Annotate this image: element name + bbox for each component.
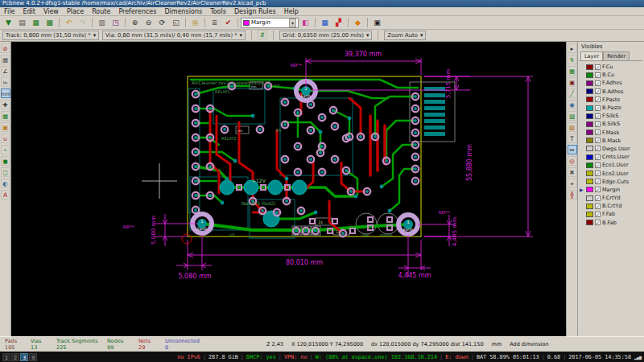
add-target-tool-button[interactable]: ◎ xyxy=(568,156,577,166)
menu-design-rules[interactable]: Design Rules xyxy=(230,8,280,15)
layer-visibility-checkbox[interactable]: ✓ xyxy=(595,121,601,127)
layer-row-eco1-user[interactable]: ✓Eco1.User xyxy=(581,161,642,169)
layer-pair-icon[interactable]: ⇵ xyxy=(258,30,267,39)
layer-row-f-crtyd[interactable]: ✓F.CrtYd xyxy=(581,194,642,202)
add-keepout-tool-button[interactable]: ▧ xyxy=(568,122,577,132)
layer-visibility-checkbox[interactable]: ✓ xyxy=(595,72,601,78)
redo-button[interactable]: ↷ xyxy=(76,17,89,28)
layer-row-margin[interactable]: ▶✓Margin xyxy=(581,186,642,194)
add-zone-tool-button[interactable]: ▨ xyxy=(568,111,577,121)
ratsnest-general-button[interactable]: ▦ xyxy=(1,111,10,121)
layer-visibility-checkbox[interactable]: ✓ xyxy=(595,146,601,151)
menu-place[interactable]: Place xyxy=(63,8,88,15)
layer-row-dwgs-user[interactable]: ✓Dwgs.User xyxy=(581,145,642,153)
grid-hide-button[interactable]: ▦ xyxy=(1,55,10,64)
layer-row-f-mask[interactable]: ✓F.Mask xyxy=(581,129,642,137)
highlight-net-tool-button[interactable]: ↯ xyxy=(568,55,577,64)
layer-visibility-checkbox[interactable]: ✓ xyxy=(595,154,601,160)
place-origin-tool-button[interactable]: ⌖ xyxy=(568,179,577,188)
pcb-canvas[interactable]: 1Earth1Earth1EarthAirCleaner rev2. nappe… xyxy=(11,42,566,336)
workspace-button-9[interactable]: 9 xyxy=(29,353,37,361)
zoom-select[interactable]: Zoom Auto ▾ xyxy=(384,31,426,40)
redraw-button[interactable]: ⟳ xyxy=(156,17,168,28)
ratsnest-mode-button[interactable]: ▞ xyxy=(332,17,345,28)
invert-layer-button[interactable]: ◧ xyxy=(299,17,312,28)
layer-row-b-paste[interactable]: ✓B.Paste xyxy=(581,104,642,112)
zones-show-button[interactable]: ◼ xyxy=(1,156,10,166)
via-size-select[interactable]: Via: 0,80 mm (31,5 mils)/ 0,40 mm (15,7 … xyxy=(102,31,246,40)
ratsnest-module-button[interactable]: ▣ xyxy=(1,122,10,132)
print-button[interactable]: ▥ xyxy=(96,17,108,28)
layer-row-b-mask[interactable]: ✓B.Mask xyxy=(581,137,642,145)
layer-row-eco2-user[interactable]: ✓Eco2.User xyxy=(581,169,642,177)
menu-edit[interactable]: Edit xyxy=(19,8,39,15)
layer-row-edge-cuts[interactable]: ✓Edge.Cuts xyxy=(581,178,642,186)
tab-render[interactable]: Render xyxy=(603,51,630,60)
select-tool-button[interactable]: ▸ xyxy=(568,43,577,53)
layer-row-b-fab[interactable]: ✓B.Fab xyxy=(581,219,642,227)
microwave-tool-button[interactable]: ◆ xyxy=(352,17,364,28)
grid-size-select[interactable]: Grid: 0,6350 mm (25,00 mils) ▾ xyxy=(279,31,372,40)
active-layer-select[interactable]: Margin▾ xyxy=(241,18,299,28)
save-board-button[interactable]: ▼ xyxy=(2,17,14,28)
layer-row-f-cu[interactable]: ✓F.Cu xyxy=(581,63,642,71)
menu-dimensions[interactable]: Dimensions xyxy=(160,8,206,15)
module-editor-button[interactable]: ▦ xyxy=(30,17,42,28)
drc-off-button[interactable]: ⊘ xyxy=(1,43,10,53)
add-footprint-tool-button[interactable]: ▣ xyxy=(568,77,577,87)
layer-visibility-checkbox[interactable]: ✓ xyxy=(595,113,601,119)
layer-row-cmts-user[interactable]: ✓Cmts.User xyxy=(581,153,642,161)
layer-visibility-checkbox[interactable]: ✓ xyxy=(595,179,601,184)
layer-row-b-cu[interactable]: ✓B.Cu xyxy=(581,71,642,79)
layer-visibility-checkbox[interactable]: ✓ xyxy=(595,195,601,201)
layer-row-f-silks[interactable]: ✓F.SilkS xyxy=(581,112,642,120)
layer-row-b-silks[interactable]: ✓B.SilkS xyxy=(581,120,642,128)
add-text-tool-button[interactable]: T xyxy=(568,134,577,143)
drc-button[interactable]: ✔ xyxy=(222,17,234,28)
page-settings-button[interactable]: ▤ xyxy=(16,17,28,28)
track-width-select[interactable]: Track: 0,800 mm (31,50 mils) * ▾ xyxy=(2,31,99,40)
layer-visibility-checkbox[interactable]: ✓ xyxy=(595,204,601,209)
tab-layer[interactable]: Layer xyxy=(580,51,603,60)
menu-preferences[interactable]: Preferences xyxy=(114,8,160,15)
add-dimension-tool-button[interactable]: ↔ xyxy=(568,145,577,154)
read-netlist-button[interactable]: ≣ xyxy=(208,17,221,28)
add-via-tool-button[interactable]: ◉ xyxy=(568,100,577,109)
layer-visibility-checkbox[interactable]: ✓ xyxy=(595,220,601,225)
layer-visibility-checkbox[interactable]: ✓ xyxy=(595,187,601,192)
layer-row-f-paste[interactable]: ✓F.Paste xyxy=(581,96,642,104)
local-ratsnest-tool-button[interactable]: ▦ xyxy=(568,66,577,76)
edit-footprint-text-button[interactable]: A xyxy=(1,190,10,200)
layer-visibility-checkbox[interactable]: ✓ xyxy=(595,97,601,102)
zoom-in-button[interactable]: ⊕ xyxy=(129,17,141,28)
library-browser-button[interactable]: ▩ xyxy=(43,17,56,28)
delete-tool-button[interactable]: ✖ xyxy=(568,167,577,177)
menu-route[interactable]: Route xyxy=(88,8,114,15)
plot-button[interactable]: ◳ xyxy=(109,17,122,28)
workspace-button-1[interactable]: 1 xyxy=(2,353,10,361)
zoom-fit-button[interactable]: ◱ xyxy=(170,17,182,28)
layer-visibility-checkbox[interactable]: ✓ xyxy=(595,171,601,176)
layer-row-f-adhes[interactable]: ✓F.Adhes xyxy=(581,79,642,87)
menu-help[interactable]: Help xyxy=(280,8,303,15)
high-contrast-button[interactable]: ◐ xyxy=(1,179,10,188)
menu-tools[interactable]: Tools xyxy=(206,8,230,15)
polar-coords-button[interactable]: ∠ xyxy=(1,66,10,76)
layer-visibility-checkbox[interactable]: ✓ xyxy=(595,162,601,168)
layer-visibility-checkbox[interactable]: ✓ xyxy=(595,64,601,70)
units-inch-button[interactable]: In xyxy=(1,77,10,87)
layer-visibility-checkbox[interactable]: ✓ xyxy=(595,130,601,135)
workspace-button-2[interactable]: 2 xyxy=(11,353,19,361)
layer-visibility-checkbox[interactable]: ✓ xyxy=(595,138,601,143)
grid-origin-tool-button[interactable]: ╬ xyxy=(568,190,577,200)
undo-button[interactable]: ↶ xyxy=(63,17,75,28)
layer-row-f-fab[interactable]: ✓F.Fab xyxy=(581,210,642,218)
layer-visibility-checkbox[interactable]: ✓ xyxy=(595,212,601,217)
units-mm-button[interactable]: mm xyxy=(1,88,10,98)
layer-visibility-checkbox[interactable]: ✓ xyxy=(595,88,601,94)
zones-outline-button[interactable]: ◻ xyxy=(1,167,10,177)
find-button[interactable]: ◎ xyxy=(189,17,201,28)
cursor-shape-button[interactable]: ✚ xyxy=(1,100,10,109)
layer-visibility-checkbox[interactable]: ✓ xyxy=(595,105,601,111)
workspace-button-3[interactable]: 3 xyxy=(20,353,28,361)
